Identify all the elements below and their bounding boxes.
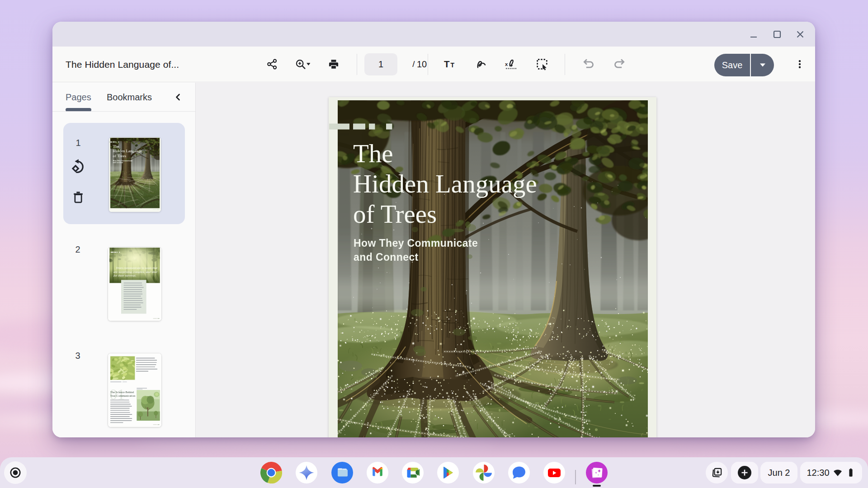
svg-text:T: T	[444, 59, 450, 69]
svg-text:x: x	[505, 61, 508, 67]
svg-text:T: T	[451, 61, 455, 69]
